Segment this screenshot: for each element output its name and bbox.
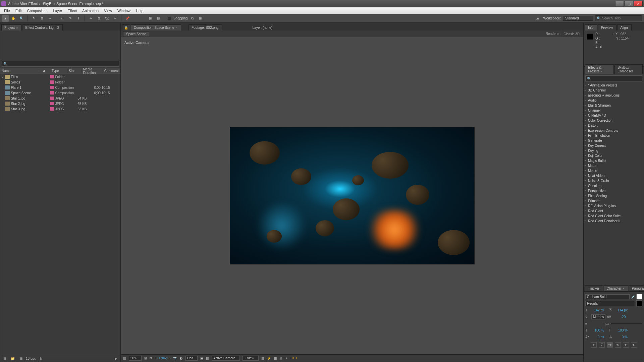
timeline-icon[interactable]: ▦ [274, 356, 277, 360]
tab-info[interactable]: Info [585, 24, 597, 31]
exposure-value[interactable]: +0.0 [290, 356, 297, 360]
faux-italic-button[interactable]: T [599, 342, 605, 348]
effects-category[interactable]: Magic Bullet [584, 158, 644, 163]
pixel-aspect-icon[interactable]: ▦ [261, 356, 264, 360]
project-item[interactable]: Star 1.jpgJPEG64 KB [0, 96, 120, 101]
pan-behind-tool-icon[interactable]: ✦ [47, 15, 53, 22]
eraser-tool-icon[interactable]: ⌫ [104, 15, 110, 22]
fill-color-swatch[interactable] [636, 294, 642, 300]
viewer-canvas[interactable] [230, 127, 475, 264]
channels-icon[interactable]: ◐ [180, 356, 183, 360]
rect-tool-icon[interactable]: ▭ [59, 15, 66, 22]
project-item[interactable]: Flare 1Composition0;00;10;15 [0, 85, 120, 90]
tab-effects-presets[interactable]: Effects & Presets× [585, 64, 614, 74]
project-item[interactable]: Space SceneComposition0;00;10;15 [0, 90, 120, 96]
effects-category[interactable]: Color Correction [584, 118, 644, 123]
effects-category[interactable]: Matte [584, 163, 644, 168]
search-help-input[interactable]: 🔍 Search Help [595, 15, 642, 21]
snapshot-icon[interactable]: 📷 [173, 356, 177, 360]
clone-tool-icon[interactable]: ⊗ [96, 15, 102, 22]
reset-exposure-icon[interactable]: ✦ [285, 356, 287, 360]
workspace-dropdown[interactable]: Standard [563, 16, 593, 21]
selection-tool-icon[interactable]: ▲ [2, 15, 9, 22]
effects-category[interactable]: 3D Channel [584, 88, 644, 93]
tab-tracker[interactable]: Tracker [585, 285, 603, 291]
fast-preview-icon[interactable]: ⧉ [150, 356, 152, 360]
snap-inside-icon[interactable]: ⊞ [197, 15, 204, 22]
tab-footage[interactable]: Footage: SS2.png [189, 24, 222, 31]
effects-category[interactable]: Noise & Grain [584, 178, 644, 183]
local-axis-icon[interactable]: ⊞ [147, 15, 154, 22]
effects-category[interactable]: RE:Vision Plug-ins [584, 203, 644, 208]
effects-category[interactable]: Red Giant [584, 208, 644, 214]
vscale-value[interactable]: 100 % [591, 328, 604, 332]
project-search-input[interactable]: 🔍 [2, 61, 119, 67]
maximize-button[interactable]: ▢ [625, 1, 633, 6]
menu-layer[interactable]: Layer [50, 9, 65, 13]
eyedropper-icon[interactable]: 💉 [631, 295, 635, 299]
effects-category[interactable]: Neat Video [584, 173, 644, 178]
snap-edge-icon[interactable]: ⧉ [189, 15, 196, 22]
tab-align[interactable]: Align [617, 24, 631, 31]
brush-tool-icon[interactable]: ✏ [88, 15, 94, 22]
effects-category[interactable]: Primatte [584, 198, 644, 203]
effects-category[interactable]: * Animation Presets [584, 83, 644, 88]
close-button[interactable]: ✕ [634, 1, 643, 6]
font-family-dropdown[interactable]: Gotham Bold [585, 294, 630, 299]
zoom-dropdown[interactable]: 50% [129, 356, 142, 361]
effects-search-input[interactable]: 🔍 [585, 75, 642, 81]
cloud-icon[interactable]: ☁ [534, 15, 541, 22]
effects-category[interactable]: Pixel Sorting [584, 193, 644, 198]
delete-icon[interactable]: 🗑 [38, 356, 44, 361]
menu-animation[interactable]: Animation [79, 9, 101, 13]
camera-tool-icon[interactable]: ⊕ [39, 15, 45, 22]
snapping-checkbox[interactable] [168, 17, 171, 20]
play-icon[interactable]: ▶ [113, 356, 119, 361]
tab-character[interactable]: Character× [604, 285, 628, 291]
effects-category[interactable]: Generate [584, 138, 644, 143]
tsume-value[interactable]: 0 % [615, 335, 628, 339]
hand-tool-icon[interactable]: ✋ [10, 15, 17, 22]
puppet-tool-icon[interactable]: 📌 [124, 15, 131, 22]
kerning-dropdown[interactable]: Metrics [591, 314, 605, 319]
fast-previews-icon[interactable]: ⚡ [267, 356, 271, 360]
menu-view[interactable]: View [101, 9, 115, 13]
renderer-dropdown[interactable]: Classic 3D [562, 32, 581, 36]
menu-edit[interactable]: Edit [13, 9, 24, 13]
effects-category[interactable]: Key Correct [584, 143, 644, 148]
effects-category[interactable]: Distort [584, 123, 644, 128]
all-caps-button[interactable]: TT [607, 342, 613, 348]
menu-help[interactable]: Help [133, 9, 146, 13]
new-comp-icon[interactable]: ▦ [18, 356, 24, 361]
rotation-tool-icon[interactable]: ↻ [31, 15, 37, 22]
tab-composition[interactable]: Composition: Space Scene× [131, 24, 181, 31]
new-folder-icon[interactable]: 📁 [10, 356, 16, 361]
tab-paragraph[interactable]: Paragraph [629, 285, 644, 291]
text-tool-icon[interactable]: T [75, 15, 82, 22]
effects-category[interactable]: Channel [584, 108, 644, 113]
resolution-icon[interactable]: ⊞ [144, 356, 147, 360]
effects-category[interactable]: Red Giant Denoiser II [584, 219, 644, 224]
roto-tool-icon[interactable]: ✂ [112, 15, 118, 22]
tab-effect-controls[interactable]: Effect Controls: Light 2 [22, 24, 63, 31]
label-column-icon[interactable]: ◆ [42, 69, 45, 73]
effects-category[interactable]: Obsolete [584, 183, 644, 188]
small-caps-button[interactable]: Tт [615, 342, 621, 348]
effects-category[interactable]: Koji Color [584, 153, 644, 158]
project-item[interactable]: SolidsFolder [0, 79, 120, 85]
effects-category[interactable]: Mettle [584, 168, 644, 173]
timecode-display[interactable]: 0;00;06;16 [155, 356, 170, 360]
menu-effect[interactable]: Effect [65, 9, 79, 13]
menu-composition[interactable]: Composition [24, 9, 50, 13]
effects-category[interactable]: CINEMA 4D [584, 113, 644, 118]
menu-file[interactable]: File [1, 9, 13, 13]
project-item[interactable]: ▸FilesFolder [0, 74, 120, 79]
tab-skybox-composer[interactable]: SkyBox Composer [614, 64, 643, 74]
effects-category[interactable]: Film Emulation [584, 133, 644, 138]
world-axis-icon[interactable]: ⊡ [155, 15, 162, 22]
effects-category[interactable]: Audio [584, 98, 644, 103]
effects-category[interactable]: Red Giant Color Suite [584, 214, 644, 219]
baseline-value[interactable]: 0 px [591, 335, 604, 339]
tracking-value[interactable]: -20 [613, 315, 626, 319]
hscale-value[interactable]: 100 % [615, 328, 628, 332]
